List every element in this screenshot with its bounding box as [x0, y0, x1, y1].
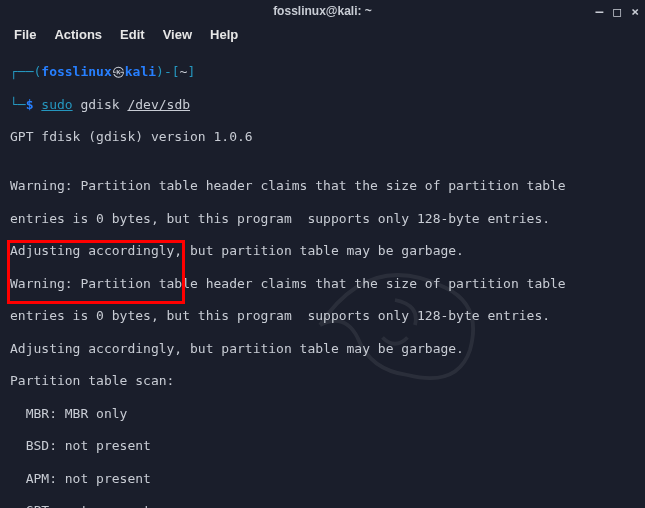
prompt-line-2: └─$ sudo gdisk /dev/sdb: [10, 97, 635, 113]
menu-actions[interactable]: Actions: [54, 27, 102, 42]
window-title: fosslinux@kali: ~: [273, 4, 372, 18]
cmd-sudo: sudo: [41, 97, 72, 112]
out-warn3: Adjusting accordingly, but partition tab…: [10, 243, 635, 259]
paren-close: ): [156, 64, 164, 79]
out-scan-apm: APM: not present: [10, 471, 635, 487]
window-controls: – □ ×: [596, 0, 639, 22]
out-version: GPT fdisk (gdisk) version 1.0.6: [10, 129, 635, 145]
out-scan-hdr: Partition table scan:: [10, 373, 635, 389]
menu-edit[interactable]: Edit: [120, 27, 145, 42]
menu-file[interactable]: File: [14, 27, 36, 42]
out-warn5: entries is 0 bytes, but this program sup…: [10, 308, 635, 324]
out-warn2: entries is 0 bytes, but this program sup…: [10, 211, 635, 227]
menu-help[interactable]: Help: [210, 27, 238, 42]
out-scan-bsd: BSD: not present: [10, 438, 635, 454]
prompt-user: fosslinux: [41, 64, 111, 79]
cmd-gdisk: gdisk: [80, 97, 119, 112]
prompt-host: kali: [125, 64, 156, 79]
cmd-arg: /dev/sdb: [127, 97, 190, 112]
close-button[interactable]: ×: [631, 5, 639, 18]
out-warn6: Adjusting accordingly, but partition tab…: [10, 341, 635, 357]
out-warn1: Warning: Partition table header claims t…: [10, 178, 635, 194]
prompt-dash: -: [164, 64, 172, 79]
bracket-open: [: [172, 64, 180, 79]
prompt-line-1: ┌──(fosslinux㉿kali)-[~]: [10, 64, 635, 80]
minimize-button[interactable]: –: [596, 5, 604, 18]
maximize-button[interactable]: □: [613, 5, 621, 18]
box-char-bottom: └─: [10, 97, 26, 112]
menu-view[interactable]: View: [163, 27, 192, 42]
out-warn4: Warning: Partition table header claims t…: [10, 276, 635, 292]
terminal-output[interactable]: ┌──(fosslinux㉿kali)-[~] └─$ sudo gdisk /…: [0, 46, 645, 508]
out-scan-mbr: MBR: MBR only: [10, 406, 635, 422]
out-scan-gpt: GPT: not present: [10, 503, 635, 508]
window-titlebar: fosslinux@kali: ~ – □ ×: [0, 0, 645, 22]
prompt-dollar: $: [26, 97, 34, 112]
bracket-close: ]: [187, 64, 195, 79]
box-char: ┌──: [10, 64, 33, 79]
menubar: File Actions Edit View Help: [0, 22, 645, 46]
prompt-at: ㉿: [112, 64, 125, 79]
